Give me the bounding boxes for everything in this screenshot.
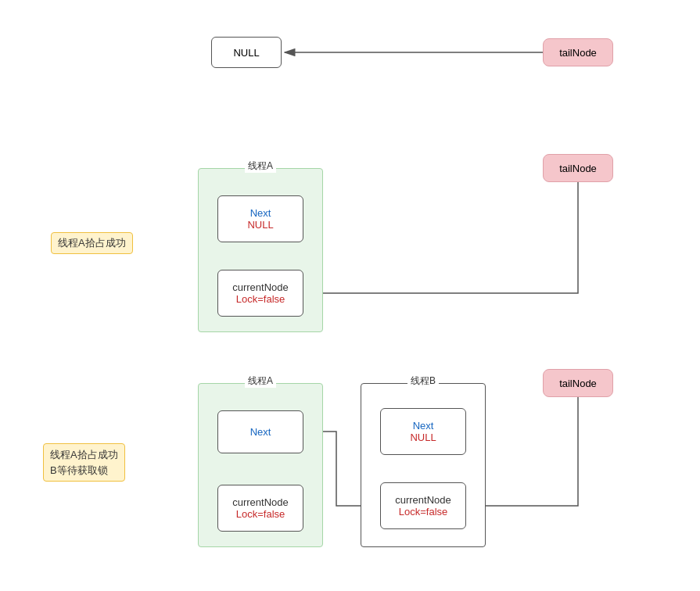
status-text-2-line2: B等待获取锁 (50, 463, 118, 478)
tailnode-box-2: tailNode (543, 154, 613, 182)
next-box-a: Next (217, 410, 303, 453)
null-b-label: NULL (410, 432, 436, 443)
status-text-2-line1: 线程A拾占成功 (50, 447, 118, 463)
current-node-box-a: currentNode Lock=false (217, 485, 303, 532)
arrows-svg (0, 0, 700, 591)
current-node-a-label: currentNode (232, 496, 289, 508)
next-b-label: Next (413, 420, 434, 432)
current-node-box-b: currentNode Lock=false (380, 482, 466, 529)
null-inner-label-1: NULL (247, 219, 273, 231)
thread-b-label: 线程B (407, 374, 439, 388)
status-label-2: 线程A拾占成功 B等待获取锁 (43, 443, 125, 482)
thread-a-label-1: 线程A (245, 159, 276, 173)
lock-a-label: Lock=false (236, 508, 285, 520)
tailnode-box-1: tailNode (543, 38, 613, 66)
null-label-1: NULL (233, 47, 259, 59)
next-null-box-1: Next NULL (217, 195, 303, 242)
tailnode-label-2: tailNode (559, 163, 597, 174)
current-node-b-label: currentNode (395, 494, 451, 506)
status-label-1: 线程A拾占成功 (51, 232, 133, 254)
null-box-1: NULL (211, 37, 282, 68)
next-null-box-b: Next NULL (380, 408, 466, 455)
next-label-1: Next (250, 207, 271, 219)
diagram-area: NULL tailNode tailNode 线程A Next NULL cur… (0, 0, 700, 591)
lock-label-1: Lock=false (236, 293, 285, 305)
status-text-1: 线程A拾占成功 (58, 237, 126, 249)
current-node-box-1: currentNode Lock=false (217, 270, 303, 317)
tailnode-box-3: tailNode (543, 369, 613, 397)
next-a-label: Next (250, 426, 271, 438)
tailnode-label-3: tailNode (559, 378, 597, 389)
thread-a-label-2: 线程A (245, 374, 276, 388)
current-node-label-1: currentNode (232, 281, 289, 293)
lock-b-label: Lock=false (399, 506, 448, 518)
tailnode-label-1: tailNode (559, 47, 597, 59)
